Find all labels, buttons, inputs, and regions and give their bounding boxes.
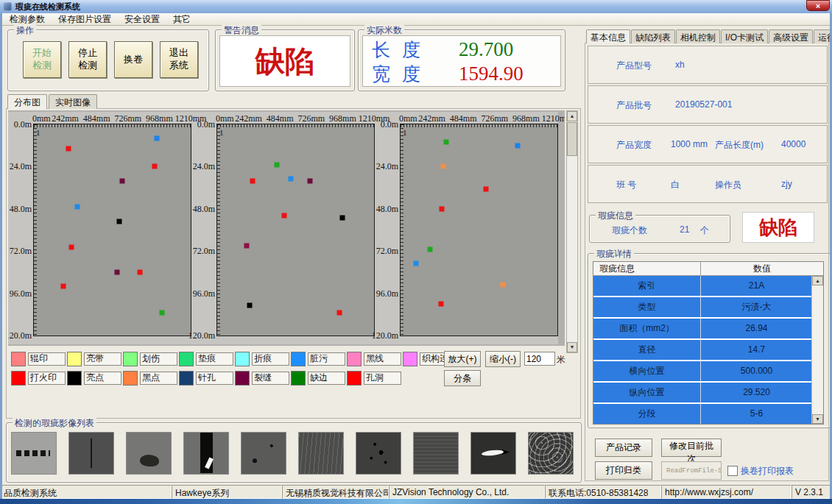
tab-camera-control[interactable]: 相机控制 [676, 29, 720, 43]
defect-point[interactable] [74, 205, 80, 210]
defect-point[interactable] [274, 163, 279, 168]
table-scrollbar[interactable]: ▲ ▼ [811, 276, 823, 424]
legend-label[interactable]: 划伤 [140, 352, 177, 366]
defect-thumbnail[interactable] [528, 432, 574, 475]
defect-point[interactable] [152, 164, 157, 169]
defect-point[interactable] [515, 143, 521, 148]
table-row[interactable]: 直径14.7 [593, 340, 812, 360]
tab-io-card-test[interactable]: I/O卡测试 [721, 29, 768, 43]
print-report-checkbox[interactable] [727, 466, 738, 476]
defect-thumbnail[interactable] [68, 432, 114, 475]
tab-realtime-image[interactable]: 实时图像 [49, 94, 97, 109]
operation-group: 操作 开始 检测 停止 检测 换卷 退出 系统 [7, 29, 209, 91]
defect-point[interactable] [250, 178, 255, 183]
menu-item-other[interactable]: 其它 [166, 13, 197, 26]
table-row[interactable]: 横向位置500.000 [593, 361, 812, 381]
legend-label[interactable]: 辊印 [28, 352, 66, 366]
legend-label[interactable]: 折痕 [252, 352, 289, 366]
defect-point[interactable] [155, 136, 160, 141]
defect-thumbnail[interactable] [413, 432, 459, 475]
defect-point[interactable] [281, 213, 286, 219]
legend-label[interactable]: 脏污 [308, 352, 345, 366]
menu-item-security-settings[interactable]: 安全设置 [118, 13, 166, 26]
legend-label[interactable]: 亮带 [84, 352, 121, 366]
defect-thumbnail[interactable] [11, 432, 57, 475]
menu-item-save-image-settings[interactable]: 保存图片设置 [52, 13, 118, 26]
defect-point[interactable] [428, 246, 433, 252]
defect-point[interactable] [337, 310, 342, 315]
legend-label[interactable]: 缺边 [308, 372, 345, 385]
scatter-plot[interactable]: 0mm242mm484mm726mm968mm1210mm0.0m24.0m48… [33, 124, 191, 336]
windows-taskbar[interactable] [0, 499, 832, 504]
defect-point[interactable] [501, 282, 506, 287]
product-record-button[interactable]: 产品记录 [595, 439, 652, 457]
defect-point[interactable] [244, 244, 250, 249]
defect-point[interactable] [289, 177, 294, 182]
start-detect-button[interactable]: 开始 检测 [23, 41, 61, 78]
print-classify-button[interactable]: 打印归类 [595, 461, 652, 480]
defect-point[interactable] [307, 178, 312, 183]
defect-thumbnail[interactable] [183, 432, 229, 475]
defect-thumbnail[interactable] [356, 432, 401, 475]
legend-label[interactable]: 亮点 [84, 372, 121, 385]
defect-thumbnail[interactable] [470, 432, 516, 475]
tab-basic-info[interactable]: 基本信息 [586, 29, 630, 43]
close-button[interactable]: × [806, 0, 830, 11]
table-row[interactable]: 索引21A [593, 276, 812, 296]
table-row[interactable]: 面积（mm2）26.94 [593, 319, 812, 338]
defect-point[interactable] [441, 164, 446, 169]
legend-label[interactable]: 裂缝 [252, 372, 289, 385]
legend-label[interactable]: 打火印 [28, 372, 66, 385]
tab-distribution-map[interactable]: 分布图 [7, 94, 47, 109]
defect-point[interactable] [117, 219, 122, 224]
exit-system-button[interactable]: 退出 系统 [160, 41, 198, 78]
legend-label[interactable]: 垫痕 [196, 352, 233, 366]
stop-detect-button[interactable]: 停止 检测 [68, 41, 107, 78]
chart-vertical-scrollbar[interactable]: ▲ ▼ [566, 110, 578, 353]
scroll-up-icon[interactable]: ▲ [567, 111, 577, 121]
defect-point[interactable] [160, 310, 165, 315]
table-row[interactable]: 类型污渍-大 [593, 297, 812, 317]
legend-label[interactable]: 黑线 [364, 352, 401, 366]
defect-point[interactable] [443, 139, 448, 144]
scatter-plot[interactable]: 0mm242mm484mm726mm968mm1210mm0.0m24.0m48… [400, 124, 558, 336]
defect-thumbnail[interactable] [298, 432, 344, 475]
defect-point[interactable] [484, 187, 489, 192]
scrollbar-thumb[interactable] [567, 122, 577, 156]
defect-point[interactable] [61, 284, 66, 289]
defect-point[interactable] [119, 178, 124, 183]
table-scroll-down-icon[interactable]: ▼ [812, 414, 823, 424]
print-report-checkbox-label[interactable]: 换卷打印报表 [741, 465, 794, 478]
defect-point[interactable] [438, 301, 443, 306]
defect-point[interactable] [66, 146, 71, 152]
change-roll-button[interactable]: 换卷 [114, 41, 152, 78]
legend-label[interactable]: 针孔 [196, 372, 233, 385]
tab-defect-list[interactable]: 缺陷列表 [631, 29, 675, 43]
table-row[interactable]: 分段5-6 [593, 404, 812, 424]
zoom-in-button[interactable]: 放大(+) [444, 351, 481, 367]
legend-item: 亮带 [67, 352, 123, 366]
defect-point[interactable] [138, 269, 143, 274]
read-from-file-button[interactable]: ReadFromFile-SIM [661, 461, 722, 480]
defect-point[interactable] [414, 260, 419, 266]
legend-label[interactable]: 黑点 [140, 372, 177, 385]
defect-point[interactable] [247, 303, 253, 308]
zoom-out-button[interactable]: 缩小(-) [485, 351, 521, 367]
modify-current-batch-button[interactable]: 修改目前批次 [661, 439, 722, 457]
status-series: Hawkeye系列 [172, 485, 282, 499]
tab-advanced-settings[interactable]: 高级设置 [769, 29, 813, 43]
defect-point[interactable] [69, 245, 74, 250]
defect-thumbnail[interactable] [241, 432, 286, 475]
legend-label[interactable]: 孔洞 [364, 372, 401, 385]
split-button[interactable]: 分条 [444, 370, 481, 386]
table-scroll-up-icon[interactable]: ▲ [812, 276, 823, 285]
defect-point[interactable] [339, 215, 345, 220]
table-row[interactable]: 纵向位置29.520 [593, 383, 812, 402]
scatter-plot[interactable]: 0mm242mm484mm726mm968mm1210mm0.0m24.0m48… [216, 124, 375, 336]
range-input[interactable] [524, 352, 555, 366]
scroll-down-icon[interactable]: ▼ [567, 342, 577, 352]
legend-item: 黑线 [347, 352, 403, 366]
defect-thumbnail[interactable] [126, 432, 172, 475]
defect-point[interactable] [114, 269, 119, 274]
defect-point[interactable] [440, 206, 445, 211]
